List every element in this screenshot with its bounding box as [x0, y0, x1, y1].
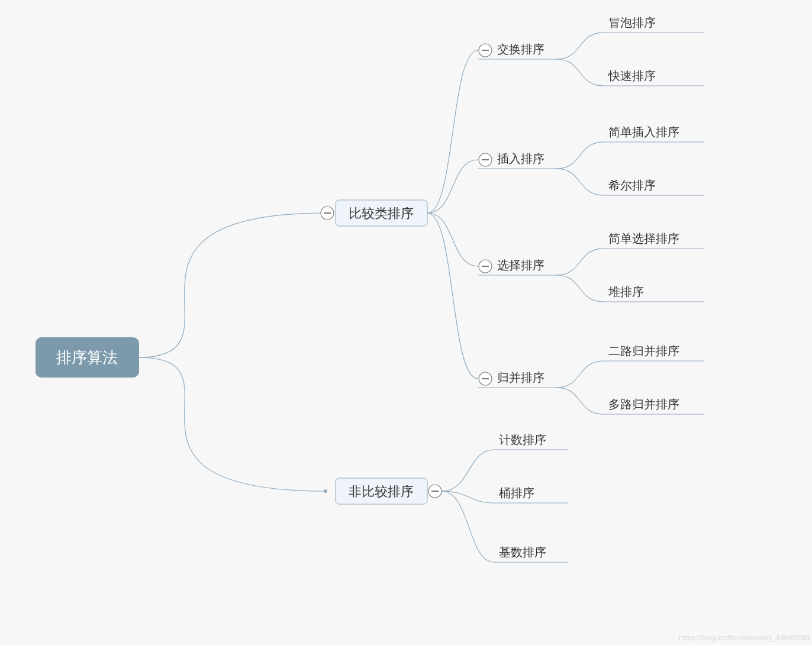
- collapse-toggle-select[interactable]: [479, 260, 492, 273]
- category-comparison-label: 比较类排序: [349, 206, 414, 221]
- connector-comparison-swap: [427, 50, 478, 213]
- connector-comparison-merge: [427, 213, 478, 379]
- connector-root-noncomparison: [139, 357, 326, 491]
- leaf-insert-1[interactable]: 希尔排序: [608, 179, 656, 192]
- connector-noncmp-leaf0: [442, 450, 494, 491]
- connector-comparison-insert: [427, 160, 478, 213]
- leaf-insert-0[interactable]: 简单插入排序: [608, 125, 679, 138]
- root-label: 排序算法: [56, 349, 118, 366]
- connector-insert-leaf1: [556, 169, 604, 195]
- collapse-toggle-comparison[interactable]: [321, 207, 334, 220]
- category-comparison[interactable]: 比较类排序: [336, 200, 427, 226]
- leaf-noncmp-2[interactable]: 基数排序: [499, 546, 546, 559]
- leaf-noncmp-1[interactable]: 桶排序: [499, 486, 534, 499]
- join-dot-noncomparison: [324, 489, 327, 493]
- connector-merge-leaf0: [556, 361, 604, 388]
- leaf-noncmp-0[interactable]: 计数排序: [499, 433, 546, 446]
- connector-swap-leaf0: [556, 33, 604, 59]
- connector-select-leaf0: [556, 249, 604, 275]
- group-merge-label[interactable]: 归并排序: [497, 371, 544, 384]
- collapse-toggle-noncomparison[interactable]: [428, 485, 442, 498]
- collapse-toggle-insert[interactable]: [479, 153, 492, 166]
- group-swap-label[interactable]: 交换排序: [497, 43, 544, 56]
- leaf-merge-1[interactable]: 多路归并排序: [608, 398, 679, 411]
- root-node[interactable]: 排序算法: [36, 337, 139, 378]
- connector-merge-leaf1: [556, 388, 604, 414]
- watermark: https://blog.csdn.net/weixin_43840280: [679, 633, 810, 642]
- connector-root-comparison: [139, 213, 326, 357]
- connector-noncmp-leaf2: [442, 491, 494, 562]
- connector-comparison-select: [427, 213, 478, 266]
- collapse-toggle-merge[interactable]: [479, 372, 492, 385]
- leaf-swap-0[interactable]: 冒泡排序: [608, 16, 656, 29]
- leaf-swap-1[interactable]: 快速排序: [608, 69, 656, 82]
- leaf-select-1[interactable]: 堆排序: [608, 285, 644, 298]
- leaf-select-0[interactable]: 简单选择排序: [608, 232, 679, 245]
- category-noncomparison-label: 非比较排序: [349, 484, 414, 499]
- leaf-merge-0[interactable]: 二路归并排序: [608, 344, 679, 357]
- group-select-label[interactable]: 选择排序: [497, 259, 544, 272]
- group-insert-label[interactable]: 插入排序: [497, 152, 544, 165]
- connector-insert-leaf0: [556, 142, 604, 169]
- category-noncomparison[interactable]: 非比较排序: [336, 478, 427, 504]
- collapse-toggle-swap[interactable]: [479, 44, 492, 57]
- connector-swap-leaf1: [556, 59, 604, 86]
- connector-select-leaf1: [556, 275, 604, 302]
